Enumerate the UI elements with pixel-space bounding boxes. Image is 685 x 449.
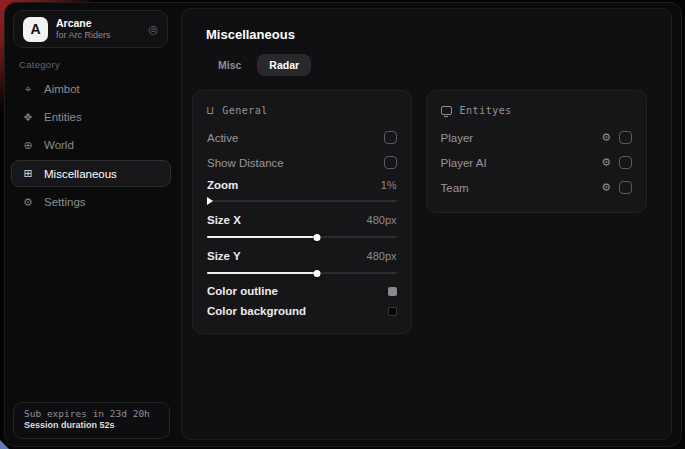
team-label: Team	[441, 182, 469, 194]
tab-radar[interactable]: Radar	[257, 54, 311, 76]
player-checkbox[interactable]	[619, 131, 632, 144]
size-x-value: 480px	[367, 214, 397, 226]
team-controls: ⚙	[601, 181, 632, 194]
page-title: Miscellaneous	[206, 27, 647, 42]
player-ai-label: Player AI	[441, 157, 487, 169]
cards-row: ⊔ General Active Show Distance Zoom 1%	[192, 90, 647, 334]
row-team: Team ⚙	[441, 175, 632, 200]
sidebar-item-label: Entities	[44, 111, 82, 123]
sidebar-item-label: Settings	[44, 196, 86, 208]
category-label: Category	[19, 59, 60, 70]
row-size-x: Size X 480px	[207, 209, 397, 231]
zoom-slider-thumb[interactable]	[207, 197, 213, 205]
zoom-value: 1%	[381, 179, 397, 191]
main-panel: Miscellaneous Misc Radar ⊔ General Activ…	[181, 8, 672, 440]
globe-icon: ⊕	[21, 139, 35, 152]
gear-icon: ⚙	[21, 196, 35, 209]
sub-expires-text: Sub expires in 23d 20h	[24, 408, 159, 419]
color-outline-swatch[interactable]	[388, 287, 397, 296]
sync-icon[interactable]: ◎	[148, 23, 158, 36]
show-distance-label: Show Distance	[207, 157, 284, 169]
sidebar-item-aimbot[interactable]: ⌖ Aimbot	[11, 75, 171, 103]
entities-card-header: Entityes	[441, 101, 632, 119]
row-zoom: Zoom 1%	[207, 175, 397, 195]
tab-misc[interactable]: Misc	[206, 54, 253, 76]
row-size-y: Size Y 480px	[207, 245, 397, 267]
player-ai-checkbox[interactable]	[619, 156, 632, 169]
entities-card-title: Entityes	[460, 105, 512, 116]
row-active: Active	[207, 125, 397, 150]
sidebar-item-label: Miscellaneous	[44, 168, 117, 180]
sidebar: A Arcane for Arc Riders ◎ Category ⌖ Aim…	[5, 3, 177, 446]
color-outline-label: Color outline	[207, 285, 278, 297]
sidebar-item-settings[interactable]: ⚙ Settings	[11, 188, 171, 216]
row-show-distance: Show Distance	[207, 150, 397, 175]
size-y-slider-fill	[207, 272, 317, 274]
zoom-label: Zoom	[207, 179, 238, 191]
tab-bar: Misc Radar	[206, 54, 647, 76]
row-player-ai: Player AI ⚙	[441, 150, 632, 175]
app-titles: Arcane for Arc Riders	[56, 17, 111, 40]
size-x-slider[interactable]	[207, 232, 397, 242]
sidebar-item-world[interactable]: ⊕ World	[11, 131, 171, 159]
app-logo: A	[23, 17, 48, 42]
team-checkbox[interactable]	[619, 181, 632, 194]
sidebar-item-entities[interactable]: ❖ Entities	[11, 103, 171, 131]
size-x-slider-fill	[207, 236, 317, 238]
size-x-label: Size X	[207, 214, 241, 226]
player-ai-gear-icon[interactable]: ⚙	[601, 157, 611, 168]
app-name: Arcane	[56, 17, 111, 30]
session-duration-text: Session duration 52s	[24, 420, 159, 430]
show-distance-checkbox[interactable]	[384, 156, 397, 169]
player-label: Player	[441, 132, 474, 144]
monitor-icon	[441, 106, 452, 115]
subscription-box: Sub expires in 23d 20h Session duration …	[13, 402, 170, 439]
color-background-label: Color background	[207, 305, 306, 317]
size-x-slider-thumb[interactable]	[313, 234, 320, 241]
size-y-value: 480px	[367, 250, 397, 262]
size-y-label: Size Y	[207, 250, 241, 262]
player-gear-icon[interactable]: ⚙	[601, 132, 611, 143]
team-gear-icon[interactable]: ⚙	[601, 182, 611, 193]
zoom-slider[interactable]	[207, 196, 397, 206]
app-subtitle: for Arc Riders	[56, 30, 111, 41]
sidebar-nav: ⌖ Aimbot ❖ Entities ⊕ World ⊞ Miscellane…	[11, 75, 171, 216]
general-card-header: ⊔ General	[207, 101, 397, 119]
app-header: A Arcane for Arc Riders ◎	[13, 10, 168, 48]
entities-icon: ❖	[21, 111, 35, 124]
sidebar-item-label: World	[44, 139, 74, 151]
row-color-outline: Color outline	[207, 281, 397, 301]
active-checkbox[interactable]	[384, 131, 397, 144]
general-icon: ⊔	[207, 104, 214, 117]
player-ai-controls: ⚙	[601, 156, 632, 169]
size-y-slider-thumb[interactable]	[313, 270, 320, 277]
color-background-swatch[interactable]	[388, 307, 397, 316]
entities-card: Entityes Player ⚙ Player AI ⚙	[426, 90, 647, 213]
general-card-title: General	[222, 105, 268, 116]
grid-icon: ⊞	[21, 167, 35, 180]
row-color-background: Color background	[207, 301, 397, 321]
crosshair-icon: ⌖	[21, 83, 35, 96]
row-player: Player ⚙	[441, 125, 632, 150]
sidebar-item-label: Aimbot	[44, 83, 80, 95]
zoom-slider-track	[207, 200, 397, 202]
player-controls: ⚙	[601, 131, 632, 144]
size-y-slider[interactable]	[207, 268, 397, 278]
app-window: A Arcane for Arc Riders ◎ Category ⌖ Aim…	[4, 2, 682, 447]
active-label: Active	[207, 132, 238, 144]
general-card: ⊔ General Active Show Distance Zoom 1%	[192, 90, 412, 334]
sidebar-item-miscellaneous[interactable]: ⊞ Miscellaneous	[11, 160, 171, 187]
